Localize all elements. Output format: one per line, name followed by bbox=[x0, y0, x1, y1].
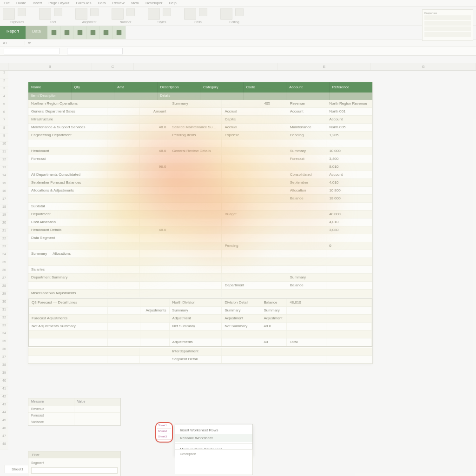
table-cell[interactable]: Interdepartment bbox=[169, 348, 222, 355]
table-cell[interactable] bbox=[140, 139, 169, 147]
table-cell[interactable]: 0 bbox=[326, 242, 372, 250]
row-header[interactable]: 44 bbox=[0, 410, 8, 418]
table-cell[interactable] bbox=[29, 307, 108, 314]
table-cell[interactable] bbox=[169, 187, 222, 194]
table-cell[interactable] bbox=[140, 242, 169, 250]
table-cell[interactable]: Engineering Department bbox=[28, 132, 107, 139]
row-header[interactable]: 10 bbox=[0, 142, 8, 150]
ribbon-icon[interactable] bbox=[184, 8, 196, 20]
table-cell[interactable] bbox=[140, 218, 169, 226]
table-cell[interactable] bbox=[287, 116, 326, 123]
table-cell[interactable] bbox=[222, 155, 261, 163]
table-cell[interactable] bbox=[140, 171, 169, 178]
table-cell[interactable] bbox=[108, 307, 140, 314]
aux-cell[interactable] bbox=[74, 419, 120, 425]
row-header[interactable]: 37 bbox=[0, 355, 8, 363]
row-header[interactable]: 14 bbox=[0, 173, 8, 181]
table-cell[interactable] bbox=[140, 132, 169, 139]
settings-icon[interactable] bbox=[99, 26, 112, 39]
table-cell[interactable]: Headcount Details bbox=[28, 226, 107, 234]
aux-cell[interactable]: Variance bbox=[28, 419, 74, 425]
table-cell[interactable]: Expense bbox=[222, 132, 261, 139]
table-cell[interactable] bbox=[140, 290, 169, 297]
table-row[interactable]: Interdepartment bbox=[28, 348, 372, 356]
table-cell[interactable] bbox=[261, 124, 287, 131]
row-header[interactable]: 27 bbox=[0, 276, 8, 284]
mini-sheet-tab[interactable]: Sheet1 bbox=[157, 424, 171, 429]
table-cell[interactable] bbox=[261, 211, 287, 218]
row-header[interactable]: 32 bbox=[0, 316, 8, 324]
table-cell[interactable] bbox=[287, 323, 326, 330]
aux-row[interactable]: Revenue bbox=[28, 406, 120, 412]
table-cell[interactable] bbox=[140, 195, 169, 202]
table-cell[interactable] bbox=[140, 274, 169, 281]
table-cell[interactable] bbox=[261, 266, 287, 273]
table-header-cell[interactable]: Reference bbox=[330, 82, 373, 93]
menu-help[interactable]: Help bbox=[169, 1, 176, 5]
row-header[interactable]: 48 bbox=[0, 442, 8, 450]
table-cell[interactable] bbox=[107, 124, 140, 131]
table-cell[interactable] bbox=[169, 163, 222, 171]
table-cell[interactable]: Adjustment bbox=[170, 315, 222, 322]
table-cell[interactable] bbox=[326, 299, 372, 306]
menu-review[interactable]: Review bbox=[112, 1, 124, 5]
aux-cell[interactable] bbox=[74, 413, 120, 419]
ribbon-icon[interactable] bbox=[54, 8, 62, 16]
table-cell[interactable]: Pending Items bbox=[169, 132, 222, 139]
table-cell[interactable]: 4,010 bbox=[326, 218, 372, 226]
table-cell[interactable] bbox=[326, 274, 372, 281]
table-cell[interactable]: Adjustment bbox=[261, 315, 287, 322]
table-row[interactable]: Department SummarySummary bbox=[28, 274, 372, 282]
table-header-cell[interactable]: Code bbox=[244, 82, 287, 93]
table-cell[interactable] bbox=[261, 132, 287, 139]
table-cell[interactable]: Cost Allocation bbox=[28, 218, 107, 226]
table-cell[interactable] bbox=[169, 116, 222, 123]
row-header[interactable]: 18 bbox=[0, 205, 8, 213]
ribbon-icon[interactable] bbox=[18, 8, 26, 16]
table-cell[interactable] bbox=[140, 315, 170, 322]
row-header[interactable]: 21 bbox=[0, 229, 8, 237]
row-header[interactable]: 9 bbox=[0, 134, 8, 142]
table-cell[interactable]: Service Maintenance Summary bbox=[169, 124, 222, 131]
table-cell[interactable] bbox=[222, 331, 261, 338]
table-cell[interactable] bbox=[287, 211, 326, 218]
table-row[interactable]: Pending0 bbox=[28, 242, 372, 250]
menu-view[interactable]: View bbox=[131, 1, 139, 5]
table-row[interactable]: September Forecast BalancesSeptember4,01… bbox=[28, 179, 372, 187]
table-row[interactable]: Headcount Details48.03,080 bbox=[28, 226, 372, 234]
row-header[interactable]: 45 bbox=[0, 418, 8, 426]
ribbon-icon[interactable] bbox=[112, 8, 124, 20]
table-cell[interactable] bbox=[222, 179, 261, 186]
table-cell[interactable] bbox=[261, 250, 287, 258]
menu-insert[interactable]: Insert bbox=[33, 1, 42, 5]
table-row[interactable]: DepartmentBalance bbox=[28, 282, 372, 290]
menu-data[interactable]: Data bbox=[98, 1, 106, 5]
table-row[interactable]: Allocations & AdjustmentsAllocation10,80… bbox=[28, 187, 372, 195]
menu-home[interactable]: Home bbox=[16, 1, 26, 5]
table-cell[interactable] bbox=[107, 203, 140, 210]
row-header[interactable]: 22 bbox=[0, 237, 8, 245]
table-cell[interactable] bbox=[287, 226, 326, 234]
table-cell[interactable] bbox=[261, 290, 287, 297]
table-cell[interactable] bbox=[222, 187, 261, 194]
ribbon-icon[interactable] bbox=[148, 8, 160, 20]
table-cell[interactable] bbox=[261, 195, 287, 202]
table-cell[interactable] bbox=[108, 338, 140, 346]
row-header[interactable]: 42 bbox=[0, 395, 8, 403]
table-cell[interactable] bbox=[107, 171, 140, 178]
ribbon-icon[interactable] bbox=[90, 8, 99, 16]
table-cell[interactable]: Account bbox=[326, 171, 372, 178]
mini-sheet-tab[interactable]: Sheet3 bbox=[157, 435, 171, 440]
table-cell[interactable] bbox=[170, 331, 222, 338]
table-cell[interactable]: North 001 bbox=[326, 108, 372, 115]
table-row[interactable]: AdjustmentsSummarySummarySummary bbox=[29, 307, 372, 315]
report-tab-data[interactable]: Data bbox=[26, 26, 47, 39]
table-cell[interactable]: 48.0 bbox=[140, 147, 169, 155]
pivot-icon[interactable] bbox=[86, 26, 99, 39]
table-cell[interactable] bbox=[326, 139, 372, 147]
table-cell[interactable] bbox=[261, 258, 287, 265]
table-cell[interactable] bbox=[326, 266, 372, 273]
table-cell[interactable] bbox=[169, 242, 222, 250]
table-cell[interactable] bbox=[287, 348, 326, 355]
table-cell[interactable]: Salaries bbox=[28, 266, 107, 273]
